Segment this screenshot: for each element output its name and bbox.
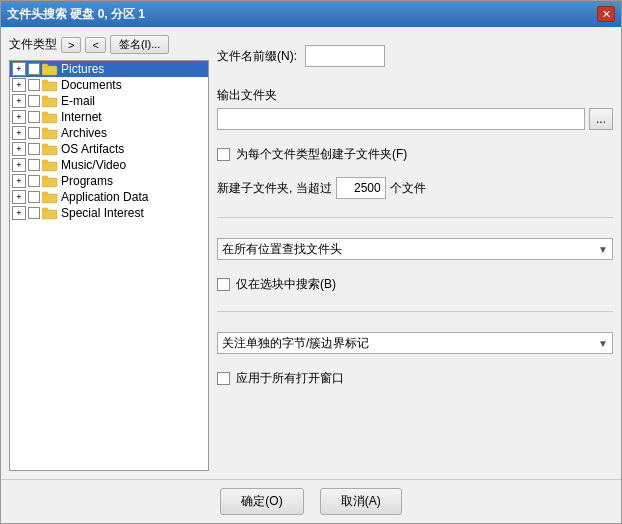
boundary-value: 关注单独的字节/簇边界标记	[222, 335, 369, 352]
left-panel-header: 文件类型 > < 签名(I)...	[9, 35, 209, 54]
window-title: 文件头搜索 硬盘 0, 分区 1	[7, 6, 145, 23]
search-in-block-label: 仅在选块中搜索(B)	[236, 276, 336, 293]
search-location-dropdown[interactable]: 在所有位置查找文件头 ▼	[217, 238, 613, 260]
expand-application-data[interactable]: +	[12, 190, 26, 204]
folder-icon-os-artifacts	[42, 142, 58, 156]
checkbox-special-interest[interactable]	[28, 207, 40, 219]
expand-programs[interactable]: +	[12, 174, 26, 188]
checkbox-email[interactable]	[28, 95, 40, 107]
dropdown1-row: 在所有位置查找文件头 ▼	[217, 238, 613, 260]
output-folder-label: 输出文件夹	[217, 87, 613, 104]
folder-icon-email	[42, 94, 58, 108]
tree-item-label-music-video: Music/Video	[61, 158, 126, 172]
ok-button[interactable]: 确定(O)	[220, 488, 303, 515]
expand-pictures[interactable]: +	[12, 62, 26, 76]
bottom-buttons: 确定(O) 取消(A)	[1, 479, 621, 523]
tree-item-music-video[interactable]: + Music/Video	[10, 157, 208, 173]
nav-back-button[interactable]: <	[85, 37, 105, 53]
tree-item-label-internet: Internet	[61, 110, 102, 124]
right-panel: 文件名前缀(N): 输出文件夹 ... 为每个文件类型创建子文件夹(F) 新建子…	[217, 35, 613, 471]
tag-button[interactable]: 签名(I)...	[110, 35, 170, 54]
create-subfolder-row: 为每个文件类型创建子文件夹(F)	[217, 146, 613, 163]
expand-music-video[interactable]: +	[12, 158, 26, 172]
create-subfolder-checkbox[interactable]	[217, 148, 230, 161]
folder-icon-archives	[42, 126, 58, 140]
folder-icon-application-data	[42, 190, 58, 204]
checkbox-application-data[interactable]	[28, 191, 40, 203]
folder-icon-special-interest	[42, 206, 58, 220]
new-folder-label: 新建子文件夹, 当超过	[217, 180, 332, 197]
tree-item-label-archives: Archives	[61, 126, 107, 140]
expand-email[interactable]: +	[12, 94, 26, 108]
folder-icon-documents	[42, 78, 58, 92]
svg-rect-16	[42, 194, 57, 203]
svg-rect-14	[42, 178, 57, 187]
expand-special-interest[interactable]: +	[12, 206, 26, 220]
tree-item-internet[interactable]: + Internet	[10, 109, 208, 125]
svg-rect-5	[42, 96, 48, 99]
folder-icon-pictures	[42, 62, 58, 76]
apply-all-windows-label: 应用于所有打开窗口	[236, 370, 344, 387]
tree-item-label-special-interest: Special Interest	[61, 206, 144, 220]
filename-prefix-input[interactable]	[305, 45, 385, 67]
folder-icon-programs	[42, 174, 58, 188]
checkbox-pictures[interactable]	[28, 63, 40, 75]
filename-prefix-label: 文件名前缀(N):	[217, 48, 297, 65]
svg-rect-4	[42, 98, 57, 107]
checkbox-documents[interactable]	[28, 79, 40, 91]
separator-1	[217, 217, 613, 218]
browse-button[interactable]: ...	[589, 108, 613, 130]
folder-count-input[interactable]	[336, 177, 386, 199]
checkbox-os-artifacts[interactable]	[28, 143, 40, 155]
tree-item-label-os-artifacts: OS Artifacts	[61, 142, 124, 156]
tree-item-archives[interactable]: + Archives	[10, 125, 208, 141]
dropdown2-arrow-icon: ▼	[598, 338, 608, 349]
tree-item-application-data[interactable]: + Application Data	[10, 189, 208, 205]
file-type-tree[interactable]: + Pictures +	[9, 60, 209, 471]
tree-item-label-application-data: Application Data	[61, 190, 148, 204]
dropdown2-row: 关注单独的字节/簇边界标记 ▼	[217, 332, 613, 354]
svg-rect-8	[42, 130, 57, 139]
expand-archives[interactable]: +	[12, 126, 26, 140]
svg-rect-7	[42, 112, 48, 115]
tree-item-pictures[interactable]: + Pictures	[10, 61, 208, 77]
checkbox-archives[interactable]	[28, 127, 40, 139]
filename-prefix-row: 文件名前缀(N):	[217, 45, 613, 67]
folder-icon-internet	[42, 110, 58, 124]
search-in-block-row: 仅在选块中搜索(B)	[217, 276, 613, 293]
tree-item-documents[interactable]: + Documents	[10, 77, 208, 93]
tree-item-label-pictures: Pictures	[61, 62, 104, 76]
expand-documents[interactable]: +	[12, 78, 26, 92]
search-in-block-checkbox[interactable]	[217, 278, 230, 291]
svg-rect-12	[42, 162, 57, 171]
checkbox-music-video[interactable]	[28, 159, 40, 171]
checkbox-programs[interactable]	[28, 175, 40, 187]
svg-rect-1	[42, 64, 48, 67]
svg-rect-17	[42, 192, 48, 195]
svg-rect-2	[42, 82, 57, 91]
search-location-value: 在所有位置查找文件头	[222, 241, 342, 258]
close-button[interactable]: ✕	[597, 6, 615, 22]
svg-rect-19	[42, 208, 48, 211]
separator-2	[217, 311, 613, 312]
tree-item-label-email: E-mail	[61, 94, 95, 108]
boundary-dropdown[interactable]: 关注单独的字节/簇边界标记 ▼	[217, 332, 613, 354]
svg-rect-13	[42, 160, 48, 163]
new-folder-unit: 个文件	[390, 180, 426, 197]
nav-forward-button[interactable]: >	[61, 37, 81, 53]
output-folder-section: 输出文件夹 ...	[217, 85, 613, 130]
expand-internet[interactable]: +	[12, 110, 26, 124]
tree-item-email[interactable]: + E-mail	[10, 93, 208, 109]
dropdown1-arrow-icon: ▼	[598, 244, 608, 255]
cancel-button[interactable]: 取消(A)	[320, 488, 402, 515]
checkbox-internet[interactable]	[28, 111, 40, 123]
tree-item-programs[interactable]: + Programs	[10, 173, 208, 189]
expand-os-artifacts[interactable]: +	[12, 142, 26, 156]
svg-rect-10	[42, 146, 57, 155]
tree-item-os-artifacts[interactable]: + OS Artifacts	[10, 141, 208, 157]
apply-all-windows-row: 应用于所有打开窗口	[217, 370, 613, 387]
title-bar: 文件头搜索 硬盘 0, 分区 1 ✕	[1, 1, 621, 27]
apply-all-windows-checkbox[interactable]	[217, 372, 230, 385]
tree-item-special-interest[interactable]: + Special Interest	[10, 205, 208, 221]
output-folder-input[interactable]	[217, 108, 585, 130]
